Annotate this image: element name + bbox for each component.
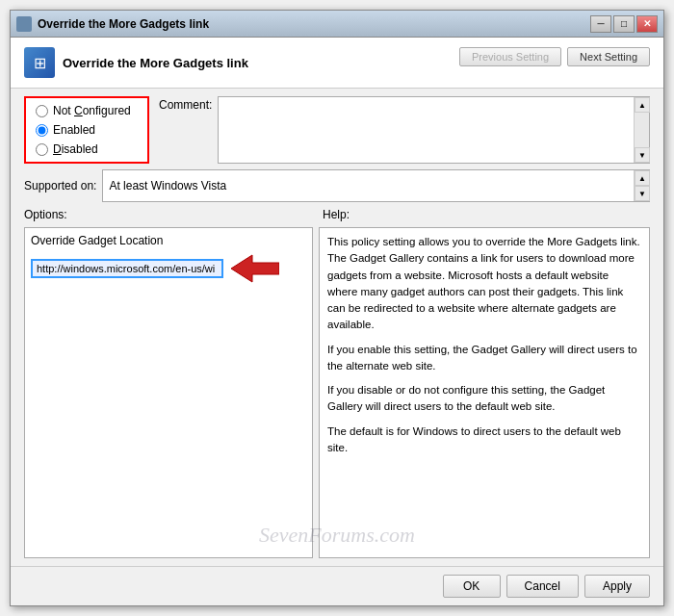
help-para-1: This policy setting allows you to overri… bbox=[327, 234, 641, 334]
supported-scrollbar[interactable]: ▲ ▼ bbox=[634, 170, 649, 201]
radio-not-configured-input[interactable] bbox=[36, 105, 48, 117]
radio-not-configured-label: Not Configured bbox=[53, 104, 131, 117]
header-buttons: Previous Setting Next Setting bbox=[459, 47, 650, 66]
override-gadget-label: Override Gadget Location bbox=[31, 234, 306, 247]
apply-button[interactable]: Apply bbox=[584, 575, 650, 598]
scroll-track bbox=[635, 113, 649, 147]
radio-enabled-label: Enabled bbox=[53, 123, 95, 137]
options-help-labels: Options: Help: bbox=[24, 208, 650, 221]
radio-comment-row: Not Configured Enabled Disabled Comment: bbox=[24, 96, 650, 164]
cancel-button[interactable]: Cancel bbox=[506, 575, 579, 598]
window-icon bbox=[16, 16, 32, 32]
radio-disabled-label: Disabled bbox=[53, 142, 98, 156]
window-title: Override the More Gadgets link bbox=[38, 17, 590, 31]
arrow-indicator bbox=[231, 251, 279, 286]
supported-value: At least Windows Vista bbox=[103, 170, 634, 201]
supported-scroll-down[interactable]: ▼ bbox=[635, 186, 650, 201]
red-arrow-icon bbox=[231, 251, 279, 286]
minimize-button[interactable]: ─ bbox=[590, 15, 611, 33]
header-icon: ⊞ bbox=[24, 47, 55, 78]
url-input[interactable] bbox=[31, 259, 223, 278]
help-panel: This policy setting allows you to overri… bbox=[319, 227, 650, 558]
next-setting-button[interactable]: Next Setting bbox=[567, 47, 650, 66]
help-section-label: Help: bbox=[323, 208, 650, 221]
supported-row: Supported on: At least Windows Vista ▲ ▼ bbox=[24, 169, 650, 202]
help-text: This policy setting allows you to overri… bbox=[327, 234, 641, 456]
main-window: Override the More Gadgets link ─ □ ✕ ⊞ O… bbox=[10, 10, 664, 606]
comment-textarea[interactable] bbox=[219, 97, 634, 163]
title-bar-controls: ─ □ ✕ bbox=[590, 15, 658, 33]
options-help-panels: Override Gadget Location bbox=[24, 227, 650, 558]
supported-label: Supported on: bbox=[24, 169, 102, 202]
main-body: Not Configured Enabled Disabled Comment: bbox=[11, 89, 663, 566]
header-left: ⊞ Override the More Gadgets link bbox=[24, 47, 248, 78]
radio-group-box: Not Configured Enabled Disabled bbox=[24, 96, 149, 164]
header-title: Override the More Gadgets link bbox=[63, 56, 248, 70]
bottom-bar: OK Cancel Apply bbox=[11, 566, 663, 605]
supported-scroll-up[interactable]: ▲ bbox=[635, 170, 650, 186]
header-section: ⊞ Override the More Gadgets link Previou… bbox=[11, 38, 663, 89]
radio-enabled[interactable]: Enabled bbox=[36, 123, 138, 137]
scroll-down-arrow[interactable]: ▼ bbox=[635, 147, 650, 163]
radio-disabled[interactable]: Disabled bbox=[36, 142, 138, 156]
help-para-3: If you disable or do not configure this … bbox=[327, 382, 641, 416]
ok-button[interactable]: OK bbox=[443, 575, 501, 598]
comment-section: Comment: ▲ ▼ bbox=[159, 96, 650, 164]
prev-setting-button[interactable]: Previous Setting bbox=[459, 47, 561, 66]
close-button[interactable]: ✕ bbox=[636, 15, 658, 33]
radio-enabled-input[interactable] bbox=[36, 124, 48, 137]
svg-marker-0 bbox=[231, 255, 279, 282]
scroll-up-arrow[interactable]: ▲ bbox=[635, 97, 650, 113]
radio-disabled-input[interactable] bbox=[36, 143, 48, 156]
comment-label: Comment: bbox=[159, 96, 218, 112]
dialog-content: ⊞ Override the More Gadgets link Previou… bbox=[11, 38, 663, 605]
comment-scrollbar[interactable]: ▲ ▼ bbox=[634, 97, 649, 163]
radio-not-configured[interactable]: Not Configured bbox=[36, 104, 138, 117]
title-bar: Override the More Gadgets link ─ □ ✕ bbox=[11, 11, 663, 38]
url-input-row bbox=[31, 251, 306, 286]
options-section-label: Options: bbox=[24, 208, 323, 221]
maximize-button[interactable]: □ bbox=[613, 15, 635, 33]
options-inner: Override Gadget Location bbox=[25, 228, 312, 292]
options-panel: Override Gadget Location bbox=[24, 227, 313, 558]
help-para-4: The default is for Windows to direct use… bbox=[327, 424, 641, 457]
help-para-2: If you enable this setting, the Gadget G… bbox=[327, 342, 641, 375]
